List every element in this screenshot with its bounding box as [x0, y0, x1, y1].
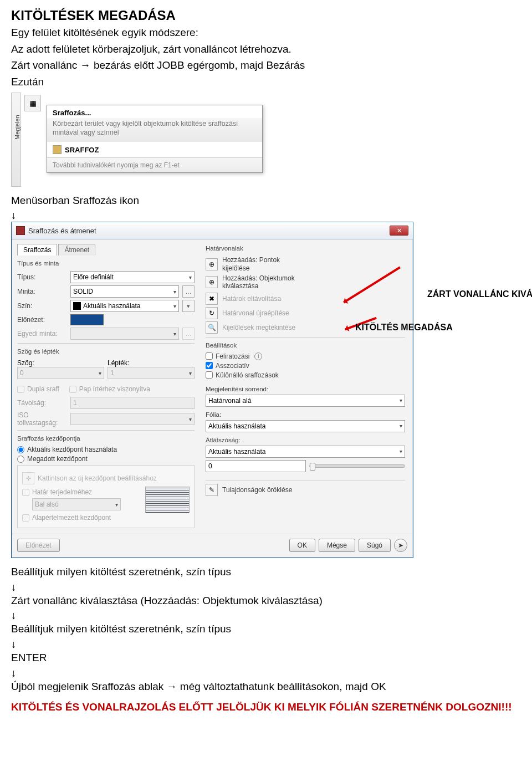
tooltip-screenshot: Megjelen ▦ Sraffozás... Körbezárt terüle… [11, 93, 288, 187]
origin-current-label: Aktuális kezdőpont használata [27, 446, 117, 453]
right-column: Határvonalak ⊕ Hozzáadás: Pontokkijelölé… [200, 239, 413, 534]
associative-checkbox[interactable]: Asszociatív [206, 362, 405, 370]
layer-label: Fólia: [206, 410, 405, 420]
origin-inner-panel: ✛ Kattintson az új kezdőpont beállításáh… [17, 465, 195, 528]
angle-value: 0 [20, 369, 24, 377]
spacing-value: 1 [73, 399, 77, 407]
spacing-label: Távolság: [17, 399, 67, 407]
add-points-label-2: kijelölése [222, 264, 280, 272]
remove-boundaries-icon: ✖ [206, 293, 218, 305]
tooltip-title: Sraffozás... [47, 105, 262, 118]
draw-order-combo[interactable]: Határvonal alá▾ [206, 395, 405, 407]
spacing-field: 1 [70, 397, 195, 409]
iso-pen-combo: ▾ [70, 413, 195, 425]
separate-hatches-label: Különálló sraffozások [216, 371, 279, 379]
preview-label: Előnézet: [17, 316, 67, 324]
dialog-title: Sraffozás és átmenet [28, 227, 386, 235]
hatch-toolbar-icon[interactable]: ▦ [24, 95, 41, 111]
paperspace-checkbox: Pap írtérhez viszonyítva [69, 385, 150, 393]
step-1: Beállítjuk milyen kitöltést szeretnénk, … [11, 565, 521, 579]
expand-button[interactable]: ➤ [394, 539, 407, 552]
extent-label: Határ terjedelméhez [32, 488, 92, 496]
scale-label: Lépték: [108, 359, 195, 367]
origin-current-radio[interactable]: Aktuális kezdőpont használata [17, 446, 195, 453]
type-value: Előre definiált [73, 273, 114, 281]
paperspace-label: Pap írtérhez viszonyítva [79, 385, 150, 393]
step-2: Zárt vonallánc kiválasztása (Hozzáadás: … [11, 594, 521, 608]
pattern-combo[interactable]: SOLID▾ [70, 285, 179, 298]
ok-button[interactable]: OK [289, 539, 315, 552]
add-pick-points[interactable]: ⊕ Hozzáadás: Pontokkijelölése [206, 256, 405, 272]
draw-order-value: Határvonal alá [208, 397, 251, 405]
view-selections-icon: 🔍 [206, 321, 218, 334]
transparency-number[interactable]: 0 [206, 460, 306, 472]
scale-combo: 1▾ [108, 367, 195, 379]
step-3: Beállítjuk milyen kitöltést szeretnénk, … [11, 622, 521, 636]
default-origin-checkbox: Alapértelmezett kezdőpont [22, 514, 137, 522]
down-arrow: ↓ [11, 209, 521, 222]
angle-combo: 0▾ [17, 367, 104, 379]
pattern-preview[interactable] [70, 314, 104, 325]
footer-warning: KITÖLTÉS ÉS VONALRAJZOLÁS ELŐTT JELÖLJÜK… [11, 701, 521, 713]
origin-specified-label: Megadott kezdőpont [27, 455, 88, 463]
add-objects-label-2: kiválasztása [222, 282, 295, 290]
extent-corner-value: Bal alsó [35, 500, 59, 508]
tab-gradient[interactable]: Átmenet [58, 244, 95, 255]
menubar-hint: Menüsorban Sraffozás ikon [11, 193, 521, 208]
down-arrow-4: ↓ [11, 638, 521, 651]
inherit-icon: ✎ [206, 484, 218, 496]
group-angle-scale: Szög és lépték [17, 347, 195, 357]
info-icon[interactable]: i [254, 352, 262, 360]
down-arrow-3: ↓ [11, 610, 521, 622]
hatch-dialog: Sraffozás és átmenet ✕ Sraffozás Átmenet… [11, 222, 413, 558]
add-select-objects[interactable]: ⊕ Hozzáadás: Objektumokkiválasztása [206, 274, 405, 290]
separate-hatches-checkbox[interactable]: Különálló sraffozások [206, 371, 405, 379]
cancel-button[interactable]: Mégse [319, 539, 355, 552]
close-button[interactable]: ✕ [390, 226, 408, 236]
app-icon [16, 226, 25, 235]
intro-line-3: Zárt vonallánc → bezárás előtt JOBB egér… [11, 58, 521, 73]
annotation-text-1: ZÁRT VONALLÁNC KIVÁLASZTÁSA [427, 289, 532, 299]
inherit-label: Tulajdonságok öröklése [222, 486, 292, 494]
transparency-slider[interactable] [309, 464, 405, 468]
recreate-boundary: ↻ Határvonal újraépítése [206, 307, 405, 319]
custom-pattern-label: Egyedi minta: [17, 330, 67, 338]
pattern-label: Minta: [17, 288, 67, 295]
group-options: Beállítások [206, 341, 405, 351]
extent-checkbox: Határ terjedelméhez [22, 488, 137, 496]
origin-specified-radio[interactable]: Megadott kezdőpont [17, 455, 195, 463]
inherit-properties[interactable]: ✎ Tulajdonságok öröklése [206, 484, 405, 496]
recreate-boundary-label: Határvonal újraépítése [222, 309, 289, 317]
group-boundaries: Határvonalak [206, 244, 405, 254]
color-combo[interactable]: Aktuális használata▾ [70, 300, 179, 312]
group-origin: Sraffozás kezdőpontja [17, 434, 195, 444]
color-swatch-button[interactable]: ▾ [182, 300, 195, 312]
custom-pattern-combo: ▾ [70, 328, 179, 340]
transparency-combo[interactable]: Aktuális használata▾ [206, 446, 405, 458]
command-icon [53, 145, 62, 154]
default-origin-label: Alapértelmezett kezdőpont [32, 514, 111, 522]
command-text: SRAFFOZ [65, 146, 99, 154]
intro-line-4: Ezután [11, 75, 521, 89]
left-column: Sraffozás Átmenet Típus és minta Típus: … [12, 239, 200, 534]
type-combo[interactable]: Előre definiált▾ [70, 271, 195, 283]
pattern-browse-button[interactable]: … [182, 285, 195, 298]
intro-line-1: Egy felület kitöltésének egyik módszere: [11, 25, 521, 40]
dialog-button-row: Előnézet OK Mégse Súgó ➤ [12, 534, 413, 558]
help-button[interactable]: Súgó [359, 539, 391, 552]
tab-hatch[interactable]: Sraffozás [17, 244, 57, 255]
down-arrow-2: ↓ [11, 581, 521, 594]
annotative-checkbox[interactable]: Feliratozásii [206, 352, 405, 360]
tooltip-panel: Sraffozás... Körbezárt terület vagy kije… [47, 105, 263, 173]
pick-origin-label: Kattintson az új kezdőpont beállításához [38, 474, 157, 482]
angle-label: Szög: [17, 359, 104, 367]
intro-line-2: Az adott felületet körberajzoljuk, zárt … [11, 42, 521, 57]
layer-combo[interactable]: Aktuális használata▾ [206, 420, 405, 432]
custom-pattern-browse: … [182, 328, 195, 340]
dialog-titlebar: Sraffozás és átmenet ✕ [12, 222, 413, 239]
color-label: Szín: [17, 302, 67, 310]
color-value: Aktuális használata [83, 302, 140, 310]
step-enter: ENTER [11, 651, 521, 665]
add-points-icon: ⊕ [206, 258, 218, 270]
type-label: Típus: [17, 273, 67, 281]
